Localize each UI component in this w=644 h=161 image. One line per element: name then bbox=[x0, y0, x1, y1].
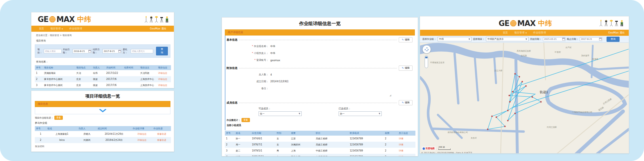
brand-row: GE MAX 中纬 bbox=[420, 16, 629, 30]
table-cell: 上海测量组1 bbox=[46, 131, 77, 137]
detail-link[interactable]: 详情 bbox=[399, 149, 403, 152]
column-header: 员工信息 bbox=[398, 131, 415, 136]
calendar-icon[interactable] bbox=[118, 50, 121, 53]
zoom-handle[interactable] bbox=[425, 57, 428, 58]
project-input[interactable] bbox=[44, 49, 62, 53]
available-members-label: 可选成员： bbox=[259, 107, 302, 111]
client-input[interactable] bbox=[131, 49, 153, 53]
detail-link[interactable]: 详细信息 bbox=[137, 133, 147, 135]
expand-chevron-icon[interactable] bbox=[99, 109, 106, 112]
table-header-row: 序号组名负责人成立时间作业组详情作业轨迹 bbox=[35, 126, 171, 131]
table-cell: 2 bbox=[35, 76, 43, 82]
detail-link[interactable]: 详细信息 bbox=[158, 72, 167, 74]
detail-link[interactable]: 详细信息 bbox=[137, 139, 147, 141]
table-cell: leica bbox=[46, 137, 77, 143]
nav-home[interactable]: 首页 bbox=[39, 27, 44, 31]
available-members-select[interactable]: 张一▼ bbox=[259, 111, 302, 116]
pan-down-icon[interactable] bbox=[426, 50, 428, 52]
map-place-label: 南翔华星物业有限公司 bbox=[448, 131, 468, 134]
table-row: 2周一1976/7/1女河南郑州高级工程师1234567892详情 bbox=[225, 142, 415, 148]
nav-workgroup-mgmt[interactable]: 作业组管理 bbox=[533, 31, 546, 35]
track-map-window: GE MAX 中纬 首页 项目管理▾ 作业组管理 GeoMax 退出 选择作业组… bbox=[420, 16, 629, 153]
map-pan-control[interactable] bbox=[422, 45, 431, 54]
pan-right-icon[interactable] bbox=[428, 49, 430, 50]
edit-members-button[interactable]: ✎编辑 bbox=[399, 100, 413, 105]
selected-members-select[interactable]: 孙一▼ bbox=[339, 111, 382, 116]
geomax-logo: GE MAX 中纬 bbox=[38, 15, 91, 24]
calendar-icon[interactable] bbox=[562, 38, 565, 40]
field-group-leader: 小组负责人： 中纬 bbox=[225, 50, 415, 57]
extra-info-label: 附加信息 bbox=[227, 66, 238, 70]
table-cell: 大冶 bbox=[75, 70, 92, 76]
pan-left-icon[interactable] bbox=[424, 49, 425, 50]
main-nav: 首页 项目管理▾ 作业组管理 GeoMax 退出 bbox=[420, 30, 629, 36]
map-search-button[interactable]: 查询 bbox=[607, 37, 620, 42]
group-select-label: 选择作业组： bbox=[422, 38, 436, 41]
table-cell: 2 bbox=[225, 142, 235, 148]
table-cell: 高级工程师 bbox=[315, 136, 349, 142]
column-header: 作业组详情 bbox=[132, 126, 152, 131]
view-track-button[interactable]: 查看 bbox=[54, 116, 63, 120]
field-total-members: 总人数： 4 bbox=[225, 71, 415, 78]
baidu-map[interactable]: 百度地图 200 米 © 2017 Baidu - GS(2016)2089号 … bbox=[420, 43, 629, 153]
dotted-divider bbox=[239, 40, 397, 40]
detail-link[interactable]: 详细信息 bbox=[158, 78, 167, 80]
table-header-row: 序号项目名称项目地点负责人开始时间结束时间项目业主项目信息 bbox=[35, 65, 171, 70]
map-place-label: 淀江大桥 bbox=[494, 69, 502, 72]
table-cell: 2014年11月29日 bbox=[96, 131, 132, 137]
table-cell: 赵二 bbox=[235, 148, 251, 154]
nav-project-mgmt[interactable]: 项目管理▾ bbox=[50, 27, 63, 31]
table-cell: 北京 bbox=[75, 82, 92, 88]
column-header: 结束时间 bbox=[123, 65, 139, 70]
column-header: 籍贯 bbox=[290, 131, 315, 136]
table-row: 3徕卡技术中心测试北京徐波2017/7/6上海技术中心详细信息 bbox=[35, 82, 171, 88]
column-header: 项目地点 bbox=[75, 65, 92, 70]
nav-user-logout[interactable]: GeoMax 退出 bbox=[608, 31, 625, 35]
detail-link[interactable]: 详细信息 bbox=[158, 84, 167, 87]
user-detail-bar: 用户详细信息 bbox=[225, 29, 415, 35]
calendar-icon[interactable] bbox=[599, 38, 602, 40]
nav-project-mgmt[interactable]: 项目管理▾ bbox=[514, 31, 527, 35]
end-date-label: 结束日期： bbox=[93, 48, 101, 54]
table-row: 1滨湖路项目大冶何伟2017/3/22大冶市政详细信息 bbox=[35, 70, 171, 76]
nav-workgroup-mgmt[interactable]: 作业组管理 bbox=[69, 27, 82, 31]
map-zoom-slider[interactable] bbox=[425, 55, 428, 68]
edit-extra-button[interactable]: ✎编辑 bbox=[399, 65, 413, 71]
table-cell: 徕卡技术中心测试 bbox=[43, 76, 75, 82]
field-founded-date: 成立日期： 2014年12月9日 bbox=[225, 78, 415, 85]
table-cell: 2 bbox=[384, 154, 398, 156]
table-cell: 徐波 bbox=[92, 82, 105, 88]
pan-up-icon[interactable] bbox=[426, 46, 428, 48]
detail-link[interactable]: 查看轨迹 bbox=[157, 139, 166, 141]
project-select[interactable]: 中纬新产品演示▼ bbox=[486, 37, 529, 41]
detail-link[interactable]: 查看轨迹 bbox=[157, 133, 166, 135]
remark-textarea[interactable]: ◢ bbox=[270, 87, 391, 97]
nav-home[interactable]: 首页 bbox=[503, 31, 508, 35]
select-arrow-icon: ▼ bbox=[469, 38, 470, 40]
calendar-icon[interactable] bbox=[88, 50, 91, 53]
resize-handle-icon[interactable]: ◢ bbox=[390, 94, 391, 97]
detail-link[interactable]: 详情 bbox=[399, 156, 403, 156]
edit-basic-button[interactable]: ✎编辑 bbox=[399, 37, 413, 42]
project-info-bar[interactable]: 项目信息 bbox=[35, 101, 170, 107]
table-cell: 2 bbox=[384, 136, 398, 142]
project-label: 项目： bbox=[37, 48, 43, 54]
nav-user-logout[interactable]: GeoMax 退出 bbox=[150, 27, 167, 31]
detail-link[interactable]: 详情 bbox=[399, 137, 403, 140]
table-row: 2leica刘测试2016年2月24日详细信息查看轨迹 bbox=[35, 137, 171, 143]
column-header: 序号 bbox=[35, 65, 43, 70]
table-cell: 上海技术中心 bbox=[139, 82, 157, 88]
workload-view-button[interactable]: 查看 bbox=[242, 118, 250, 122]
search-button[interactable]: 查询 bbox=[156, 47, 168, 55]
project-query-window: GE MAX 中纬 首页 项目管理▾ 作业组管理 GeoMax 退出 您当前位置… bbox=[31, 12, 174, 88]
group-select[interactable]: 中纬▼ bbox=[438, 37, 472, 41]
project-detail-window: 项目详细信息一览 项目信息 项目作业组轨迹： 查看 参与作业组 序号组名负责人成… bbox=[31, 91, 174, 152]
table-cell: 详细信息 bbox=[157, 70, 171, 76]
collapsed-panel[interactable] bbox=[35, 107, 170, 114]
column-header: 项目信息 bbox=[157, 65, 171, 70]
table-cell: 详情 bbox=[398, 136, 415, 142]
table-cell: 滨湖路项目 bbox=[43, 70, 75, 76]
current-members-label: 当前小组成员 bbox=[225, 123, 415, 128]
detail-link[interactable]: 详情 bbox=[399, 143, 403, 146]
groups-label: 参与作业组 bbox=[31, 120, 174, 126]
